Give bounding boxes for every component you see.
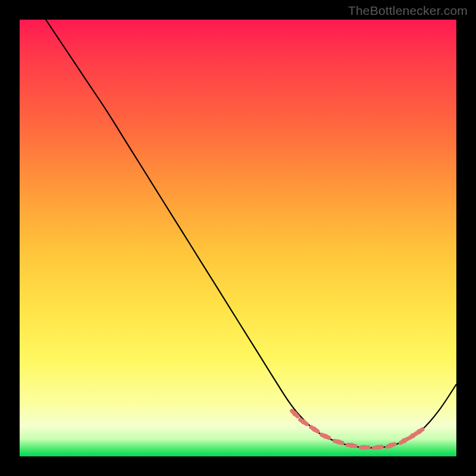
optimal-marker-dot [389,443,394,448]
optimal-marker-dot [312,427,317,432]
curve-svg [20,20,456,456]
optimal-marker-dot [292,411,298,416]
optimal-marker-dot [323,434,328,439]
optimal-marker-dot [349,443,355,448]
watermark-text: TheBottlenecker.com [348,4,468,18]
optimal-marker-dot [375,445,381,450]
optimal-marker-dot [416,429,422,434]
optimal-marker-dot [362,445,368,450]
optimal-marker-dot [301,419,306,425]
chart-frame: TheBottlenecker.com [0,0,476,476]
plot-area [20,20,456,456]
optimal-range-markers [292,411,422,450]
optimal-marker-dot [336,440,342,445]
bottleneck-curve [46,20,456,448]
optimal-marker-dot [402,439,407,444]
